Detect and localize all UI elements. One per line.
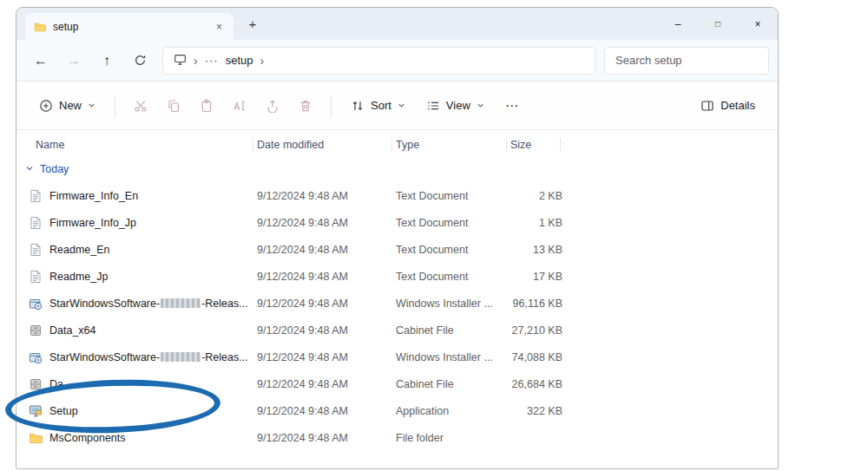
column-header-type[interactable]: Type	[396, 134, 510, 156]
close-button[interactable]: ×	[738, 8, 778, 40]
more-options-icon[interactable]: …	[496, 95, 528, 117]
column-header-name[interactable]: Name	[29, 134, 257, 156]
sort-button-label: Sort	[371, 99, 391, 112]
file-size: 27,210 KB	[510, 324, 564, 337]
file-name-label: Firmware_Info_En	[49, 190, 138, 202]
copy-icon[interactable]	[159, 91, 188, 121]
application-icon	[29, 404, 43, 418]
breadcrumb-collapsed-button[interactable]: ···	[205, 54, 219, 67]
file-list: Firmware_Info_En9/12/2024 9:48 AMText Do…	[16, 182, 778, 451]
file-name: Firmware_Info_Jp	[29, 216, 257, 230]
address-bar[interactable]: › ··· setup ›	[162, 47, 595, 75]
tab-title: setup	[53, 21, 207, 33]
file-name-label: MsComponents	[49, 432, 126, 444]
column-header-size[interactable]: Size	[510, 134, 564, 156]
file-size: 96,116 KB	[510, 298, 564, 310]
folder-icon	[29, 431, 43, 445]
file-name-label: Readme_Jp	[49, 271, 108, 283]
group-header-today[interactable]: Today	[16, 156, 778, 182]
file-date-modified: 9/12/2024 9:48 AM	[257, 217, 396, 229]
file-type: Windows Installer ...	[396, 351, 510, 363]
view-button[interactable]: View	[418, 92, 493, 120]
group-label: Today	[40, 163, 69, 175]
file-date-modified: 9/12/2024 9:48 AM	[257, 351, 396, 363]
file-name-label: Setup	[49, 405, 78, 417]
cabinet-icon	[29, 377, 43, 391]
file-row[interactable]: StarWindowsSoftware--Releas...9/12/2024 …	[16, 290, 778, 317]
file-row[interactable]: Firmware_Info_En9/12/2024 9:48 AMText Do…	[16, 182, 778, 209]
search-input[interactable]	[604, 47, 769, 75]
text-document-icon	[29, 189, 43, 203]
file-name-label: Firmware_Info_Jp	[49, 217, 136, 229]
cabinet-icon	[29, 324, 43, 337]
navigation-bar: ← → ↑ › ··· setup ›	[16, 40, 778, 82]
rename-icon[interactable]	[225, 91, 254, 121]
file-name: MsComponents	[29, 431, 257, 445]
file-row[interactable]: Da9/12/2024 9:48 AMCabinet File26,684 KB	[16, 370, 778, 397]
text-document-icon	[29, 243, 43, 257]
file-type: Cabinet File	[396, 324, 510, 337]
tab-close-icon[interactable]: ×	[214, 21, 225, 33]
file-name-label: Readme_En	[49, 244, 110, 256]
minimize-button[interactable]: –	[658, 8, 698, 40]
tab-setup[interactable]: setup ×	[25, 13, 233, 40]
redacted-text	[161, 352, 201, 362]
text-document-icon	[29, 270, 43, 284]
breadcrumb-current-folder[interactable]: setup	[226, 54, 253, 67]
toolbar-divider	[331, 95, 332, 117]
file-size: 1 KB	[510, 217, 564, 229]
file-name: StarWindowsSoftware--Releas...	[29, 297, 257, 311]
file-date-modified: 9/12/2024 9:48 AM	[257, 244, 396, 256]
file-row[interactable]: Setup9/12/2024 9:48 AMApplication322 KB	[16, 397, 778, 424]
chevron-down-icon	[398, 101, 405, 109]
file-date-modified: 9/12/2024 9:48 AM	[257, 190, 396, 202]
file-size: 2 KB	[510, 190, 564, 202]
file-name: Setup	[29, 404, 257, 418]
delete-icon[interactable]	[291, 91, 320, 121]
explorer-window: setup × + – □ × ← → ↑ › ···	[16, 7, 779, 469]
maximize-button[interactable]: □	[698, 8, 738, 40]
up-button[interactable]: ↑	[91, 47, 122, 75]
paste-icon[interactable]	[192, 91, 221, 121]
new-tab-button[interactable]: +	[242, 15, 263, 34]
file-date-modified: 9/12/2024 9:48 AM	[257, 432, 396, 444]
file-name-label: StarWindowsSoftware--Releas...	[49, 298, 248, 310]
file-type: Application	[396, 405, 510, 417]
file-name: StarWindowsSoftware--Releas...	[29, 350, 257, 364]
column-header-date-modified[interactable]: Date modified	[257, 134, 396, 156]
view-button-label: View	[446, 99, 470, 112]
back-button[interactable]: ←	[25, 47, 56, 75]
toolbar-divider	[115, 95, 115, 117]
cut-icon[interactable]	[126, 91, 155, 121]
sort-button[interactable]: Sort	[342, 92, 414, 120]
file-row[interactable]: Readme_Jp9/12/2024 9:48 AMText Document1…	[16, 263, 778, 290]
installer-icon	[29, 350, 43, 364]
file-row[interactable]: MsComponents9/12/2024 9:48 AMFile folder	[16, 424, 778, 451]
file-name: Da	[29, 377, 257, 391]
refresh-button[interactable]	[124, 47, 155, 75]
column-headers: NameDate modifiedTypeSize	[16, 134, 778, 156]
file-size: 322 KB	[510, 405, 564, 417]
file-row[interactable]: Firmware_Info_Jp9/12/2024 9:48 AMText Do…	[16, 209, 778, 236]
new-button[interactable]: New	[30, 92, 104, 120]
screenshot-page: setup × + – □ × ← → ↑ › ···	[0, 0, 868, 471]
file-name: Readme_En	[29, 243, 257, 257]
file-list-area: NameDate modifiedTypeSize Today Firmware…	[16, 130, 778, 468]
file-type: Windows Installer ...	[396, 298, 510, 310]
details-pane-button[interactable]: Details	[692, 92, 764, 120]
file-size: 74,088 KB	[510, 351, 564, 363]
installer-icon	[29, 297, 43, 311]
file-row[interactable]: Data_x649/12/2024 9:48 AMCabinet File27,…	[16, 317, 778, 343]
file-type: File folder	[396, 432, 510, 444]
share-icon[interactable]	[258, 91, 287, 121]
file-date-modified: 9/12/2024 9:48 AM	[257, 324, 396, 337]
file-name: Data_x64	[29, 324, 257, 337]
file-name-label: Data_x64	[49, 324, 96, 337]
file-name-label: StarWindowsSoftware--Releas...	[49, 351, 248, 363]
file-row[interactable]: Readme_En9/12/2024 9:48 AMText Document1…	[16, 236, 778, 263]
forward-button[interactable]: →	[58, 47, 89, 75]
file-row[interactable]: StarWindowsSoftware--Releas...9/12/2024 …	[16, 343, 778, 370]
file-size: 13 KB	[510, 244, 564, 256]
breadcrumb-chevron-icon[interactable]: ›	[260, 54, 264, 68]
window-caption-controls: – □ ×	[658, 8, 778, 40]
